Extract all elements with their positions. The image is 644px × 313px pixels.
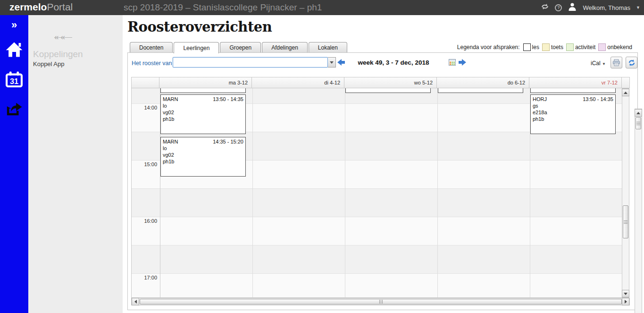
panel-scroll-up-button[interactable] — [635, 109, 642, 117]
appointment-subject: lo — [163, 102, 243, 109]
appointment-header: HORJ13:50 - 14:35 — [533, 96, 613, 102]
legend-text-les: les — [532, 44, 539, 51]
tab-afdelingen[interactable]: Afdelingen — [262, 42, 308, 53]
half-hour-band — [132, 217, 622, 245]
grid-vertical-line — [437, 88, 438, 298]
day-header-wo: wo 5-12 — [344, 77, 437, 88]
scroll-down-button[interactable] — [622, 290, 629, 297]
schedule-panel: Het rooster van : week 49, 3 - 7 dec, 20… — [127, 52, 638, 310]
grid-vertical-scrollbar[interactable] — [622, 88, 629, 298]
chevron-down-icon — [330, 61, 334, 64]
appointment-marn[interactable]: MARN14:35 - 15:20lovg02ph1b — [160, 137, 246, 177]
week-label: week 49, 3 - 7 dec, 2018 — [349, 59, 438, 66]
appointment-partial[interactable] — [345, 88, 431, 93]
logo-light: Portal — [47, 1, 73, 12]
page-title: Roosteroverzichten — [127, 19, 272, 35]
hour-label-1600: 16:00 — [132, 218, 157, 224]
appointment-room: e218a — [533, 109, 613, 116]
grid-viewport: 14:0015:0016:0017:00MARN13:50 - 14:35lov… — [131, 88, 622, 298]
tab-lokalen[interactable]: Lokalen — [309, 42, 347, 53]
appointment-teacher-code: HORJ — [533, 96, 547, 102]
appointment-header: MARN14:35 - 15:20 — [163, 138, 243, 145]
appointment-partial[interactable] — [530, 88, 616, 93]
appointment-subject: gs — [533, 102, 613, 109]
grid-horizontal-line — [132, 273, 622, 274]
grid-horizontal-line — [132, 217, 622, 217]
home-icon[interactable] — [0, 41, 28, 58]
zermelo-logo: zermeloPortal — [9, 1, 73, 13]
legend-item-onbekend: onbekend — [598, 43, 632, 51]
printer-icon — [612, 59, 620, 67]
day-header-row: ma 3-12di 4-12wo 5-12do 6-12vr 7-12 — [131, 77, 630, 88]
ical-dropdown[interactable]: iCal ▼ — [591, 60, 606, 67]
main-sidebar: » 31 — [0, 15, 28, 313]
share-icon[interactable] — [0, 100, 28, 117]
page: zermeloPortal scp 2018-2019 – Stanislasc… — [0, 0, 644, 313]
day-header-ma: ma 3-12 — [159, 77, 252, 88]
appointment-subject: lo — [163, 145, 243, 152]
vertical-scroll-thumb[interactable] — [623, 205, 628, 238]
appointment-partial[interactable] — [160, 88, 246, 93]
tab-leerlingen[interactable]: Leerlingen — [174, 42, 219, 53]
sync-icon[interactable] — [541, 3, 549, 12]
next-week-arrow[interactable] — [459, 59, 466, 66]
grid-horizontal-line — [132, 188, 622, 189]
schedule-grid: ma 3-12di 4-12wo 5-12do 6-12vr 7-12 14:0… — [131, 77, 630, 306]
sidebar-collapse-control[interactable]: «« — [54, 35, 106, 40]
half-hour-band — [132, 245, 622, 273]
scroll-right-button[interactable] — [622, 298, 629, 305]
user-icon[interactable] — [568, 2, 577, 13]
legend-item-les: les — [523, 43, 539, 51]
scrollbar-corner-header — [622, 77, 630, 88]
welcome-user-label[interactable]: Welkom, Thomas — [583, 4, 630, 11]
schedule-project-title: scp 2018-2019 – Stanislascollege Pijnack… — [124, 2, 322, 13]
combobox-dropdown-button[interactable] — [328, 57, 336, 68]
print-button[interactable] — [611, 57, 622, 68]
collapse-line — [54, 37, 72, 38]
date-picker-icon[interactable] — [449, 59, 456, 66]
calendar-day-number: 31 — [10, 77, 18, 85]
appointment-time: 13:50 - 14:35 — [583, 96, 613, 102]
appointment-room: vg02 — [163, 152, 243, 158]
logo-bold: zermelo — [9, 1, 47, 12]
legend-item-activiteit: activiteit — [566, 43, 595, 51]
ical-label: iCal — [591, 60, 601, 67]
appointment-partial[interactable] — [438, 88, 523, 93]
refresh-icon — [628, 59, 636, 67]
appointment-room: vg02 — [163, 109, 243, 116]
help-icon[interactable]: ? — [555, 4, 562, 11]
previous-week-arrow[interactable] — [337, 59, 345, 66]
sidebar-expand-icon[interactable]: » — [0, 19, 28, 31]
legend-item-toets: toets — [542, 43, 563, 51]
schedule-owner-input[interactable] — [173, 57, 328, 68]
grid-vertical-line — [252, 88, 253, 298]
tab-docenten[interactable]: Docenten — [130, 42, 173, 53]
horizontal-scroll-thumb[interactable] — [140, 299, 622, 305]
calendar-icon[interactable]: 31 — [0, 71, 28, 88]
panel-scroll-thumb[interactable] — [636, 117, 641, 129]
tab-strip: DocentenLeerlingenGroepenAfdelingenLokal… — [130, 42, 347, 53]
main-content: Roosteroverzichten DocentenLeerlingenGro… — [123, 15, 644, 313]
grid-horizontal-line — [132, 245, 622, 245]
appointment-group: ph1b — [163, 116, 243, 122]
user-menu-caret-icon[interactable]: ▼ — [636, 5, 640, 10]
secondary-sidebar: «« Koppelingen Koppel App — [28, 15, 123, 313]
hour-label-1500: 15:00 — [132, 161, 157, 167]
half-hour-band — [132, 273, 622, 298]
panel-vertical-scrollbar[interactable] — [635, 109, 642, 313]
scroll-left-button[interactable] — [132, 298, 139, 305]
tab-groepen[interactable]: Groepen — [220, 42, 261, 53]
subsidebar-title: Koppelingen — [33, 49, 83, 59]
legend-text-toets: toets — [551, 44, 563, 51]
refresh-button[interactable] — [626, 57, 637, 68]
appointment-group: ph1b — [533, 116, 613, 122]
legend-swatch-onbekend — [598, 43, 606, 51]
scroll-up-button[interactable] — [622, 89, 629, 96]
appointment-marn[interactable]: MARN13:50 - 14:35lovg02ph1b — [160, 94, 246, 134]
legend-swatch-activiteit — [566, 43, 574, 51]
day-header-di: di 4-12 — [252, 77, 344, 88]
appointment-horj[interactable]: HORJ13:50 - 14:35gse218aph1b — [530, 94, 616, 134]
subsidebar-item-koppel-app[interactable]: Koppel App — [33, 60, 65, 68]
grid-horizontal-scrollbar[interactable] — [131, 298, 630, 305]
legend-swatch-les — [523, 43, 531, 51]
